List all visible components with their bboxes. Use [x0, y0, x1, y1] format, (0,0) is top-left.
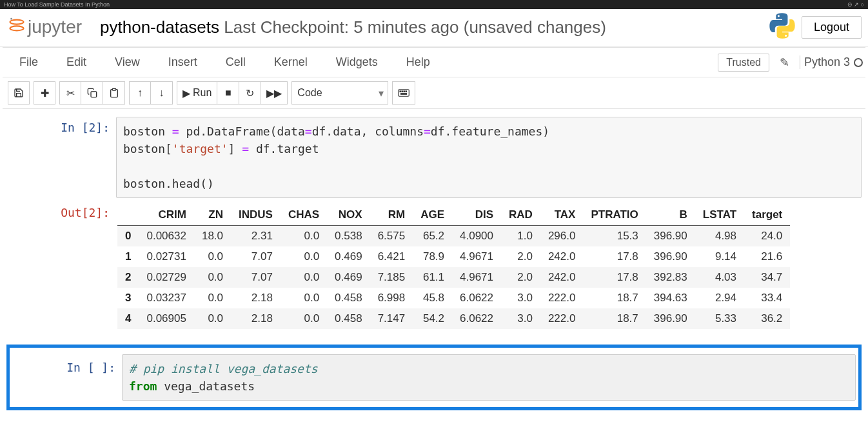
svg-rect-4 — [112, 88, 115, 90]
svg-point-2 — [10, 17, 12, 19]
restart-run-all-button[interactable]: ▶▶ — [261, 81, 288, 105]
menu-kernel[interactable]: Kernel — [260, 49, 322, 75]
table-cell: 242.0 — [540, 246, 584, 267]
table-cell: 78.9 — [413, 246, 452, 267]
cell-type-value: Code — [297, 87, 322, 99]
table-cell: 45.8 — [413, 288, 452, 308]
browser-titlebar: How To Load Sample Datasets In Python ⊝ … — [0, 0, 868, 9]
output-cell: Out[2]: CRIMZNINDUSCHASNOXRMAGEDISRADTAX… — [6, 202, 862, 332]
svg-rect-8 — [404, 91, 405, 92]
input-prompt: In [ ]: — [12, 354, 122, 401]
svg-rect-3 — [91, 92, 97, 97]
table-cell: 7.147 — [370, 308, 413, 329]
table-cell: 7.07 — [231, 267, 281, 288]
code-input[interactable]: boston = pd.DataFrame(data=df.data, colu… — [116, 117, 862, 198]
interrupt-button[interactable]: ■ — [217, 81, 239, 105]
menu-widgets[interactable]: Widgets — [322, 49, 392, 75]
table-cell: 4.0900 — [452, 226, 501, 247]
table-cell: 222.0 — [540, 308, 584, 329]
run-button[interactable]: ▶ Run — [177, 81, 217, 105]
table-cell: 396.90 — [646, 308, 695, 329]
svg-rect-10 — [401, 94, 407, 95]
table-cell: 0.0 — [281, 226, 327, 247]
output-prompt: Out[2]: — [6, 202, 116, 332]
table-cell: 4.9671 — [452, 246, 501, 267]
python-logo-icon — [769, 13, 795, 41]
table-cell: 65.2 — [413, 226, 452, 247]
table-cell: 1.0 — [501, 226, 540, 247]
code-input[interactable]: # pip install vega_datasets from vega_da… — [122, 354, 856, 401]
move-up-button[interactable]: ↑ — [129, 81, 151, 105]
run-label: Run — [193, 87, 212, 99]
table-cell: 0.02731 — [139, 246, 193, 267]
paste-button[interactable] — [103, 81, 125, 105]
table-cell: 24.0 — [744, 226, 790, 247]
command-palette-button[interactable] — [392, 81, 415, 105]
table-cell: 6.0622 — [452, 308, 501, 329]
checkpoint-text: Last Checkpoint: 5 minutes ago — [219, 17, 464, 37]
input-prompt: In [2]: — [6, 117, 116, 198]
dataframe-table: CRIMZNINDUSCHASNOXRMAGEDISRADTAXPTRATIOB… — [117, 205, 790, 329]
restart-button[interactable]: ↻ — [239, 81, 261, 105]
table-cell: 0.469 — [327, 246, 370, 267]
cell-type-select[interactable]: Code — [291, 81, 388, 105]
table-cell: 0.469 — [327, 267, 370, 288]
row-index: 0 — [117, 226, 139, 247]
copy-button[interactable] — [81, 81, 103, 105]
table-cell: 3.0 — [501, 308, 540, 329]
cut-button[interactable]: ✂ — [59, 81, 81, 105]
table-cell: 6.421 — [370, 246, 413, 267]
table-cell: 15.3 — [583, 226, 646, 247]
table-cell: 0.0 — [194, 288, 231, 308]
table-row: 40.069050.02.180.00.4587.14754.26.06223.… — [117, 308, 790, 329]
code-text: vega_datasets — [157, 379, 255, 393]
menu-file[interactable]: File — [5, 49, 52, 75]
code-cell[interactable]: In [2]: boston = pd.DataFrame(data=df.da… — [6, 117, 862, 198]
selected-cell-highlight: In [ ]: # pip install vega_datasets from… — [6, 345, 862, 410]
menu-help[interactable]: Help — [392, 49, 444, 75]
column-header: AGE — [413, 205, 452, 226]
table-cell: 2.94 — [695, 288, 744, 308]
menubar: File Edit View Insert Cell Kernel Widget… — [3, 47, 865, 77]
logo-text: jupyter — [28, 17, 82, 37]
move-down-button[interactable]: ↓ — [151, 81, 173, 105]
kernel-name-label: Python 3 — [804, 55, 850, 69]
table-cell: 0.0 — [281, 288, 327, 308]
kernel-indicator[interactable]: Python 3 — [800, 55, 863, 69]
table-cell: 4.98 — [695, 226, 744, 247]
table-cell: 394.63 — [646, 288, 695, 308]
notebook-name: python-datasets — [100, 17, 219, 37]
table-row: 10.027310.07.070.00.4696.42178.94.96712.… — [117, 246, 790, 267]
menu-view[interactable]: View — [101, 49, 154, 75]
menu-insert[interactable]: Insert — [154, 49, 212, 75]
edit-icon[interactable]: ✎ — [774, 55, 794, 70]
jupyter-icon — [8, 16, 26, 39]
table-cell: 0.0 — [194, 246, 231, 267]
notebook-title[interactable]: python-datasets Last Checkpoint: 5 minut… — [88, 17, 769, 37]
add-cell-button[interactable]: ✚ — [34, 81, 55, 105]
code-comment: # pip install vega_datasets — [129, 362, 318, 375]
column-header: CRIM — [139, 205, 193, 226]
jupyter-logo[interactable]: jupyter — [6, 16, 88, 39]
table-cell: 2.18 — [231, 308, 281, 329]
save-button[interactable] — [8, 81, 30, 105]
column-header: CHAS — [281, 205, 327, 226]
menu-edit[interactable]: Edit — [52, 49, 101, 75]
trusted-indicator[interactable]: Trusted — [718, 54, 769, 72]
table-cell: 396.90 — [646, 226, 695, 247]
column-header: LSTAT — [695, 205, 744, 226]
kernel-status-icon — [854, 58, 863, 67]
table-cell: 36.2 — [744, 308, 790, 329]
table-cell: 0.0 — [281, 308, 327, 329]
logout-button[interactable]: Logout — [802, 16, 862, 39]
table-cell: 0.06905 — [139, 308, 193, 329]
table-cell: 0.458 — [327, 308, 370, 329]
column-header: B — [646, 205, 695, 226]
table-cell: 18.7 — [583, 288, 646, 308]
code-cell[interactable]: In [ ]: # pip install vega_datasets from… — [12, 354, 856, 401]
table-cell: 9.14 — [695, 246, 744, 267]
column-header: PTRATIO — [583, 205, 646, 226]
table-cell: 6.575 — [370, 226, 413, 247]
menu-cell[interactable]: Cell — [212, 49, 260, 75]
code-keyword: from — [129, 379, 157, 393]
